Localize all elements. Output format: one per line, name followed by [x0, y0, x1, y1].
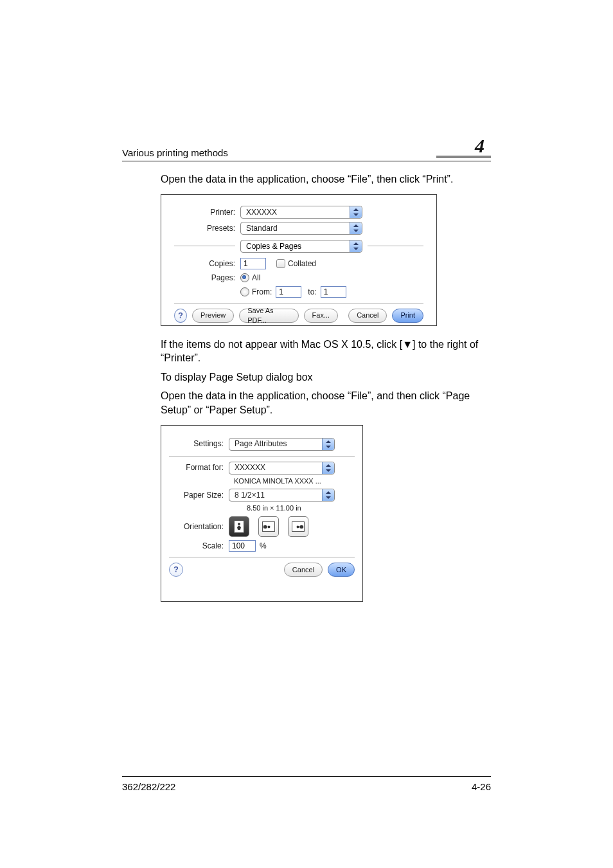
copies-row: Copies: Collated [174, 258, 423, 269]
pages-from-radio[interactable] [240, 287, 249, 296]
stepper-icon [350, 222, 362, 234]
paragraph-display-page-setup: To display Page Setup dialog box [161, 370, 491, 384]
presets-select[interactable]: Standard [240, 222, 362, 235]
scale-input[interactable] [229, 540, 256, 552]
presets-row: Presets: Standard [174, 222, 423, 235]
footer-model: 362/282/222 [122, 781, 175, 792]
print-dialog-buttons: ? Preview Save As PDF... Fax... Cancel P… [174, 309, 423, 323]
pane-select[interactable]: Copies & Pages [240, 240, 362, 253]
help-button[interactable]: ? [174, 309, 187, 323]
fax-button[interactable]: Fax... [304, 309, 339, 323]
page: Various printing methods 4 Open the data… [0, 0, 613, 868]
pages-row-range: From: to: [174, 286, 423, 298]
landscape-icon [262, 521, 275, 532]
paper-size-sub: 8.50 in × 11.00 in [229, 503, 301, 513]
collated-label: Collated [288, 258, 316, 269]
printer-row: Printer: XXXXXX [174, 206, 423, 219]
format-for-label: Format for: [169, 462, 229, 473]
pages-row-all: Pages: All [174, 273, 423, 283]
orientation-landscape-flip-button[interactable] [288, 516, 308, 537]
page-setup-buttons: ? Cancel OK [169, 563, 355, 577]
pane-divider: Copies & Pages [174, 240, 423, 253]
running-head: Various printing methods 4 [122, 136, 491, 158]
stepper-icon [322, 462, 334, 474]
landscape-flip-icon [292, 521, 305, 532]
print-dialog-figure: Printer: XXXXXX Presets: Standard Copies… [161, 194, 437, 326]
pages-all-label: All [252, 273, 260, 283]
presets-label: Presets: [174, 223, 240, 233]
settings-label: Settings: [169, 439, 229, 449]
paper-size-select[interactable]: 8 1/2×11 [229, 489, 335, 502]
format-for-sub: KONICA MINOLTA XXXX ... [229, 476, 321, 486]
paper-size-sub-row: 8.50 in × 11.00 in [169, 503, 355, 513]
cancel-button[interactable]: Cancel [284, 563, 323, 577]
to-label: to: [308, 287, 316, 297]
button-divider [174, 303, 423, 303]
copies-label: Copies: [174, 258, 240, 269]
help-button[interactable]: ? [169, 563, 183, 577]
chapter-number: 4 [436, 136, 491, 158]
paragraph-osx-note: If the items do not appear with Mac OS X… [161, 338, 491, 365]
preview-button[interactable]: Preview [192, 309, 234, 323]
from-label: From: [252, 287, 272, 297]
printer-value: XXXXXX [246, 207, 277, 217]
collated-checkbox[interactable] [276, 259, 285, 268]
settings-select[interactable]: Page Attributes [229, 438, 335, 451]
stepper-icon [322, 439, 334, 450]
paper-size-label: Paper Size: [169, 490, 229, 500]
paragraph-open-print: Open the data in the application, choose… [161, 172, 491, 186]
pages-label: Pages: [174, 273, 240, 283]
paragraph-open-page-setup: Open the data in the application, choose… [161, 389, 491, 417]
divider [169, 557, 355, 557]
stepper-icon [350, 206, 362, 218]
paper-size-value: 8 1/2×11 [235, 490, 265, 500]
footer-page: 4-26 [472, 781, 491, 792]
scale-row: Scale: % [169, 540, 355, 552]
printer-select[interactable]: XXXXXX [240, 206, 362, 219]
orientation-portrait-button[interactable] [229, 516, 249, 537]
pages-all-radio[interactable] [240, 273, 249, 282]
portrait-icon [234, 520, 244, 533]
footer-rule [122, 776, 491, 777]
paper-size-row: Paper Size: 8 1/2×11 [169, 489, 355, 502]
pane-value: Copies & Pages [246, 241, 301, 251]
scale-label: Scale: [169, 541, 229, 551]
save-pdf-button[interactable]: Save As PDF... [239, 309, 298, 323]
print-button[interactable]: Print [392, 309, 423, 323]
divider [169, 456, 355, 457]
format-for-sub-row: KONICA MINOLTA XXXX ... [169, 476, 355, 486]
ok-button[interactable]: OK [328, 563, 355, 577]
settings-value: Page Attributes [235, 439, 287, 449]
presets-value: Standard [246, 223, 278, 233]
format-for-row: Format for: XXXXXX [169, 462, 355, 475]
from-input[interactable] [276, 286, 301, 298]
printer-label: Printer: [174, 207, 240, 217]
copies-input[interactable] [240, 258, 266, 269]
settings-row: Settings: Page Attributes [169, 438, 355, 451]
cancel-button[interactable]: Cancel [348, 309, 387, 323]
page-setup-dialog-figure: Settings: Page Attributes Format for: XX… [161, 425, 363, 602]
format-for-select[interactable]: XXXXXX [229, 462, 335, 475]
orientation-label: Orientation: [169, 521, 229, 532]
format-for-value: XXXXXX [235, 462, 265, 473]
orientation-row: Orientation: [169, 516, 355, 537]
stepper-icon [322, 489, 334, 501]
footer: 362/282/222 4-26 [122, 781, 491, 792]
to-input[interactable] [321, 286, 346, 298]
header-rule [122, 161, 491, 161]
scale-percent: % [260, 541, 267, 551]
stepper-icon [350, 240, 362, 252]
body-content: Open the data in the application, choose… [161, 167, 491, 613]
orientation-landscape-button[interactable] [258, 516, 279, 537]
running-title: Various printing methods [122, 147, 228, 158]
